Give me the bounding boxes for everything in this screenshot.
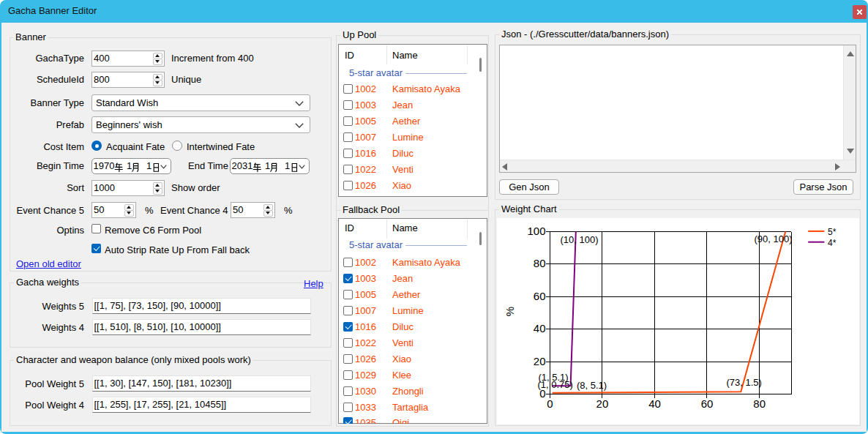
svg-text:4*: 4* [828, 238, 837, 248]
svg-text:(8, 5.1): (8, 5.1) [577, 380, 607, 391]
svg-text:20: 20 [534, 355, 546, 367]
svg-text:40: 40 [648, 397, 661, 410]
svg-text:%: % [504, 307, 516, 316]
svg-text:80: 80 [534, 257, 546, 269]
svg-text:(90, 100): (90, 100) [755, 233, 793, 244]
svg-text:40: 40 [534, 322, 546, 334]
svg-text:(1, 0.75): (1, 0.75) [538, 379, 573, 390]
svg-text:(10, 100): (10, 100) [561, 234, 599, 245]
svg-text:80: 80 [753, 397, 766, 410]
svg-text:(73, 1.5): (73, 1.5) [727, 377, 762, 388]
svg-text:0: 0 [547, 397, 553, 410]
svg-text:20: 20 [596, 397, 609, 410]
svg-text:5*: 5* [828, 227, 837, 237]
svg-text:100: 100 [527, 225, 545, 237]
svg-text:60: 60 [534, 290, 546, 302]
svg-text:60: 60 [701, 397, 714, 410]
